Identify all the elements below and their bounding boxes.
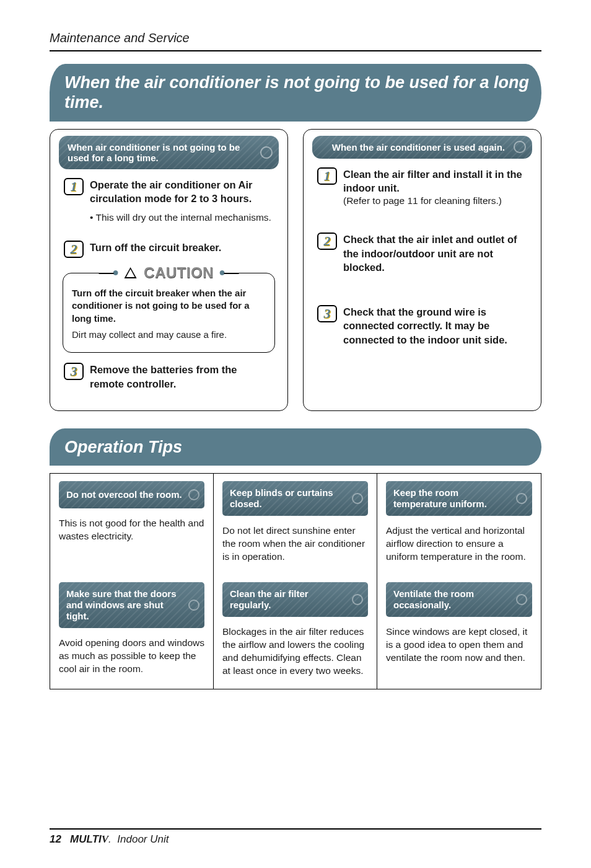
page-footer: 12 MULTIV. Indoor Unit xyxy=(50,828,541,846)
right-step-1: 1 Clean the air filter and install it in… xyxy=(317,167,527,208)
tip-ventilate-body: Since windows are kept closed, it is a g… xyxy=(386,626,532,665)
tip-blinds-body: Do not let direct sunshine enter the roo… xyxy=(222,525,368,564)
panel-not-used: When air conditioner is not going to be … xyxy=(50,129,288,411)
tip-overcool: Do not overcool the room. This is not go… xyxy=(50,474,214,575)
tip-overcool-body: This is not good for the health and wast… xyxy=(59,517,204,543)
decor-ring-icon xyxy=(260,146,273,159)
caution-word: CAUTION xyxy=(144,264,214,281)
footer-brand: MULTI xyxy=(70,833,102,845)
left-step-1-sub: This will dry out the internal mechanism… xyxy=(90,211,274,224)
decor-ring-icon xyxy=(516,493,527,504)
tip-filter-caption: Clean the air filter regularly. xyxy=(230,588,346,611)
step-number-badge: 2 xyxy=(64,241,84,258)
panel-used-again-caption-text: When the air conditioner is used again. xyxy=(332,142,505,153)
step-number-badge: 1 xyxy=(64,178,84,195)
right-step-1-text: Clean the air filter and install it in t… xyxy=(343,167,527,195)
tip-doors-caption: Make sure that the doors and windows are… xyxy=(66,588,182,622)
step-number-2: 2 xyxy=(324,234,331,248)
tip-ventilate-caption: Ventilate the room occasionally. xyxy=(393,588,510,611)
tip-uniform: Keep the room temperature uniform. Adjus… xyxy=(377,474,541,575)
page-number: 12 xyxy=(50,833,61,845)
left-step-1: 1 Operate the air conditioner on Air cir… xyxy=(64,178,274,224)
right-step-3: 3 Check that the ground wire is connecte… xyxy=(317,305,527,347)
decor-ring-icon xyxy=(352,493,363,504)
tip-doors-body: Avoid opening doors and windows as much … xyxy=(59,637,204,676)
tip-uniform-caption: Keep the room temperature uniform. xyxy=(393,487,510,510)
tip-overcool-caption: Do not overcool the room. xyxy=(66,489,182,500)
step-number-2: 2 xyxy=(71,242,77,256)
decor-ring-icon xyxy=(188,489,199,500)
step-number-badge: 1 xyxy=(317,167,337,185)
decor-ring-icon xyxy=(352,594,363,605)
caution-label: ! CAUTION xyxy=(105,264,232,281)
tip-uniform-body: Adjust the vertical and horizontal airfl… xyxy=(386,525,532,564)
step-number-3: 3 xyxy=(71,365,77,378)
step-number-badge: 3 xyxy=(317,305,337,322)
page: Maintenance and Service When the air con… xyxy=(0,0,591,868)
tips-grid: Do not overcool the room. This is not go… xyxy=(50,473,541,689)
section-title-long-time: When the air conditioner is not going to… xyxy=(50,64,541,122)
step-number-1: 1 xyxy=(324,169,331,183)
running-header: Maintenance and Service xyxy=(50,31,541,48)
footer-tail: Indoor Unit xyxy=(117,833,169,845)
caution-body-text: Dirt may collect and may cause a fire. xyxy=(72,329,266,341)
tip-filter-body: Blockages in the air filter reduces the … xyxy=(222,626,368,678)
right-step-2: 2 Check that the air inlet and outlet of… xyxy=(317,232,527,274)
footer-brand-dot: . xyxy=(108,833,112,845)
left-step-1-text: Operate the air conditioner on Air circu… xyxy=(90,178,274,206)
two-column-panels: When air conditioner is not going to be … xyxy=(50,129,541,411)
caution-box: ! CAUTION Turn off the circuit breaker w… xyxy=(63,273,275,353)
decor-ring-icon xyxy=(514,141,526,153)
step-number-3: 3 xyxy=(324,307,331,321)
caution-bold-text: Turn off the circuit breaker when the ai… xyxy=(72,287,266,325)
header-rule xyxy=(50,50,541,51)
step-number-badge: 3 xyxy=(64,363,84,380)
left-step-3-text: Remove the batteries from the remote con… xyxy=(90,363,274,391)
panel-not-used-caption: When air conditioner is not going to be … xyxy=(59,136,279,169)
warning-triangle-icon: ! xyxy=(124,267,136,278)
footer-brand-v: V xyxy=(102,833,108,845)
caution-dot-icon xyxy=(220,270,225,275)
left-step-2: 2 Turn off the circuit breaker. xyxy=(64,241,274,258)
section-title-operation-tips: Operation Tips xyxy=(50,428,541,466)
right-step-1-paren: (Refer to page 11 for cleaning filters.) xyxy=(343,195,527,208)
decor-ring-icon xyxy=(516,594,527,605)
caution-dot-icon xyxy=(113,270,118,275)
tip-doors: Make sure that the doors and windows are… xyxy=(50,575,214,689)
tip-filter: Clean the air filter regularly. Blockage… xyxy=(214,575,377,689)
tip-blinds: Keep blinds or curtains closed. Do not l… xyxy=(214,474,377,575)
step-number-badge: 2 xyxy=(317,232,337,250)
decor-ring-icon xyxy=(188,600,199,611)
panel-not-used-caption-text: When air conditioner is not going to be … xyxy=(68,142,240,163)
right-step-2-text: Check that the air inlet and outlet of t… xyxy=(343,232,527,274)
left-step-3: 3 Remove the batteries from the remote c… xyxy=(64,363,274,391)
step-number-1: 1 xyxy=(71,180,77,193)
left-step-2-text: Turn off the circuit breaker. xyxy=(90,241,274,254)
panel-used-again: When the air conditioner is used again. … xyxy=(303,129,541,411)
tip-ventilate: Ventilate the room occasionally. Since w… xyxy=(377,575,541,689)
panel-used-again-caption: When the air conditioner is used again. xyxy=(312,136,532,159)
tip-blinds-caption: Keep blinds or curtains closed. xyxy=(230,487,346,510)
right-step-3-text: Check that the ground wire is connected … xyxy=(343,305,527,347)
